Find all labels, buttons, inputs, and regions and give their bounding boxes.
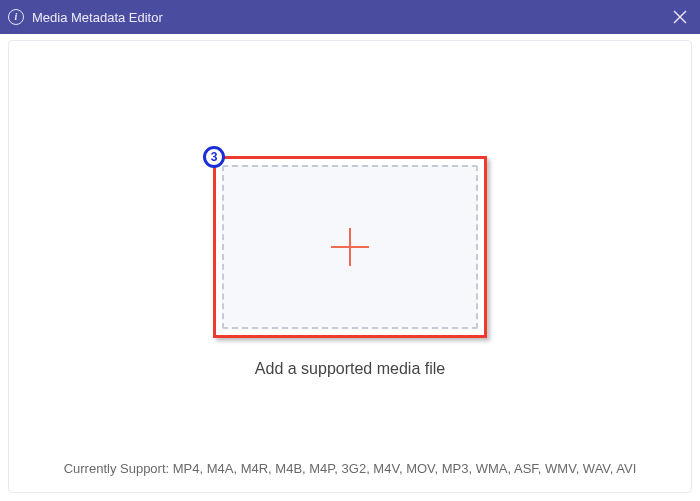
supported-formats-text: Currently Support: MP4, M4A, M4R, M4B, M…: [9, 461, 691, 476]
titlebar-left: i Media Metadata Editor: [8, 9, 163, 25]
info-icon: i: [8, 9, 24, 25]
file-drop-zone[interactable]: [222, 165, 478, 329]
close-icon: [673, 10, 687, 24]
plus-icon: [327, 224, 373, 270]
content-panel: 3 Add a supported media file Currently S…: [8, 40, 692, 493]
drop-highlight-frame: [213, 156, 487, 338]
window-titlebar: i Media Metadata Editor: [0, 0, 700, 34]
close-button[interactable]: [670, 7, 690, 27]
drop-caption: Add a supported media file: [213, 360, 487, 378]
window-title: Media Metadata Editor: [32, 10, 163, 25]
step-badge: 3: [203, 146, 225, 168]
drop-wrapper: 3 Add a supported media file: [213, 156, 487, 378]
